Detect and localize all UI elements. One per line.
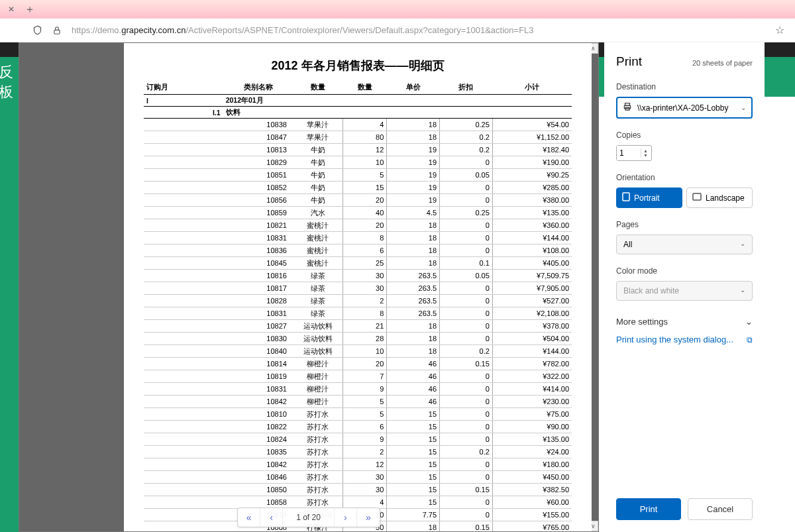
left-label: 反板 — [0, 62, 19, 102]
col-header: 订购月 — [144, 80, 223, 95]
table-row: 10828绿茶2263.50¥527.00 — [144, 295, 572, 307]
col-header: 数量 — [293, 80, 343, 95]
report-title: 2012 年各月销售报表——明细页 — [144, 58, 572, 74]
favorite-icon[interactable]: ☆ — [775, 24, 784, 36]
color-label: Color mode — [616, 266, 753, 276]
landscape-icon — [692, 193, 702, 203]
more-settings[interactable]: More settings ⌄ — [616, 313, 753, 331]
svg-rect-5 — [693, 193, 701, 200]
destination-label: Destination — [616, 82, 753, 91]
copies-input[interactable] — [617, 146, 641, 160]
table-row: 10816绿茶30263.50.05¥7,509.75 — [144, 270, 572, 282]
copies-input-wrap: ▲▼ — [616, 145, 652, 161]
print-sheets: 20 sheets of paper — [692, 59, 753, 67]
destination-value: \\xa-printer\XA-205-Lobby — [637, 103, 728, 113]
table-row: 10850苏打水30150.15¥382.50 — [144, 484, 572, 496]
table-row: 10856牛奶20190¥380.00 — [144, 194, 572, 207]
table-row: 10859汽水404.50.25¥135.00 — [144, 207, 572, 219]
pager: « ‹ 1 of 20 › » — [237, 507, 380, 527]
svg-rect-0 — [54, 30, 60, 34]
print-button[interactable]: Print — [616, 498, 681, 520]
lock-icon[interactable] — [52, 25, 62, 36]
col-header: 单价 — [387, 80, 440, 95]
table-row: 10842苏打水12150¥180.00 — [144, 458, 572, 471]
table-row: 10813牛奶12190.2¥182.40 — [144, 144, 572, 156]
col-header: 小计 — [492, 80, 572, 95]
tab-add-button[interactable]: ＋ — [24, 3, 36, 15]
col-header: 折扣 — [440, 80, 493, 95]
table-row: 10830运动饮料28180¥504.00 — [144, 333, 572, 345]
table-row: 10835苏打水2150.2¥24.00 — [144, 446, 572, 458]
left-band: 反板 — [0, 42, 19, 532]
table-row: 10845蜜桃汁25180.1¥405.00 — [144, 257, 572, 270]
pages-select[interactable]: All ⌄ — [616, 235, 753, 254]
table-row: 10858苏打水4150¥60.00 — [144, 496, 572, 509]
table-row: 10827运动饮料21180¥378.00 — [144, 320, 572, 333]
chevron-down-icon: ⌄ — [740, 240, 745, 249]
table-row: 10831蜜桃汁8180¥144.00 — [144, 232, 572, 244]
pages-label: Pages — [616, 220, 753, 229]
cancel-button[interactable]: Cancel — [688, 498, 753, 520]
col-header: 类别名称 — [223, 80, 293, 95]
system-dialog-link[interactable]: Print using the system dialog... ⧉ — [616, 331, 753, 348]
report-page: 2012 年各月销售报表——明细页 订购月类别名称数量数量单价折扣小计I2012… — [124, 43, 592, 531]
col-header: 数量 — [343, 80, 386, 95]
landscape-button[interactable]: Landscape — [686, 187, 753, 208]
table-row: 10817绿茶30263.50¥7,905.00 — [144, 282, 572, 295]
pager-prev-button[interactable]: ‹ — [260, 508, 283, 527]
color-select[interactable]: Black and white ⌄ — [616, 281, 753, 301]
table-row: 10836蜜桃汁6180¥108.00 — [144, 244, 572, 257]
chevron-down-icon: ⌄ — [741, 104, 746, 111]
pager-first-button[interactable]: « — [238, 508, 260, 527]
table-row: 10847苹果汁80180.2¥1,152.00 — [144, 131, 572, 144]
report-table: 订购月类别名称数量数量单价折扣小计I2012年01月I.1饮料10838苹果汁4… — [144, 80, 572, 531]
chevron-down-icon: ⌄ — [740, 286, 745, 295]
orientation-label: Orientation — [616, 173, 753, 182]
table-row: 10852牛奶15190¥285.00 — [144, 182, 572, 194]
browser-tab-bar: ✕ ＋ — [0, 0, 795, 19]
copies-label: Copies — [616, 131, 753, 140]
url-text[interactable]: https://demo.grapecity.com.cn/ActiveRepo… — [72, 25, 766, 35]
table-row: 10821蜜桃汁20180¥360.00 — [144, 219, 572, 232]
portrait-button[interactable]: Portrait — [616, 187, 682, 208]
table-row: 10814柳橙汁20460.15¥782.00 — [144, 358, 572, 370]
pager-next-button[interactable]: › — [335, 508, 357, 527]
table-row: 10824苏打水9150¥135.00 — [144, 433, 572, 446]
table-row: 10831柳橙汁9460¥414.00 — [144, 383, 572, 396]
print-panel: Print 20 sheets of paper Destination \\x… — [604, 42, 765, 532]
chevron-down-icon: ⌄ — [745, 317, 753, 327]
browser-address-bar: https://demo.grapecity.com.cn/ActiveRepo… — [0, 19, 795, 42]
printer-icon — [623, 102, 632, 113]
table-row: 10810苏打水5150¥75.00 — [144, 408, 572, 421]
print-title: Print — [616, 54, 642, 69]
shield-icon[interactable] — [32, 25, 42, 36]
table-row: 10838苹果汁4180.25¥54.00 — [144, 119, 572, 131]
table-row: 10851牛奶5190.05¥90.25 — [144, 169, 572, 182]
table-row: 10822苏打水6150¥90.00 — [144, 421, 572, 433]
table-row: 10831绿茶8263.50¥2,108.00 — [144, 307, 572, 320]
tab-close-button[interactable]: ✕ — [5, 3, 17, 15]
pager-text: 1 of 20 — [283, 508, 335, 527]
svg-rect-4 — [623, 193, 629, 201]
destination-select[interactable]: \\xa-printer\XA-205-Lobby ⌄ — [616, 97, 753, 119]
external-link-icon: ⧉ — [747, 335, 753, 345]
table-row: 10846苏打水30150¥450.00 — [144, 471, 572, 484]
table-row: 10842柳橙汁5460¥230.00 — [144, 396, 572, 408]
pager-last-button[interactable]: » — [357, 508, 380, 527]
table-row: 10829牛奶10190¥190.00 — [144, 156, 572, 169]
print-preview: ∧ ∨ 2012 年各月销售报表——明细页 订购月类别名称数量数量单价折扣小计I… — [19, 42, 599, 532]
table-row: 10840运动饮料10180.2¥144.00 — [144, 345, 572, 358]
table-row: 10819柳橙汁7460¥322.00 — [144, 370, 572, 383]
copies-spinner[interactable]: ▲▼ — [641, 148, 650, 158]
portrait-icon — [622, 192, 630, 203]
